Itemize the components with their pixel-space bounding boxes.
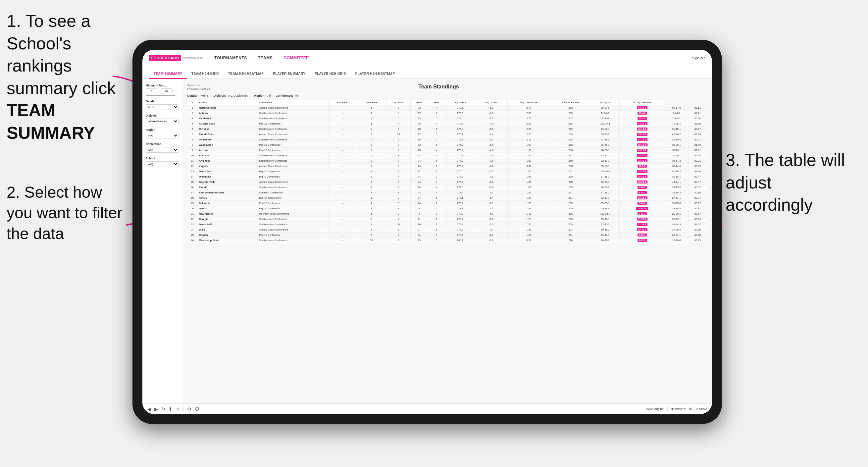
table-cell: 276.9 bbox=[445, 153, 475, 158]
col-wins[interactable]: Wins bbox=[428, 100, 445, 105]
sub-nav-player-summary[interactable]: PLAYER SUMMARY bbox=[268, 69, 310, 79]
table-cell: 33-25-2 bbox=[619, 132, 665, 137]
table-cell: -2.9 bbox=[475, 185, 507, 190]
table-body: 1North CarolinaAtlantic Coast Conference… bbox=[187, 105, 707, 243]
sub-nav-team-h2h-heatmap[interactable]: TEAM H2H HEATMAP bbox=[223, 69, 268, 79]
toolbar-refresh-btn[interactable]: ↻ bbox=[161, 406, 165, 412]
table-cell: Southeastern Conference bbox=[258, 222, 328, 227]
table-cell: 8 bbox=[386, 238, 410, 243]
table-cell: Southeastern Conference bbox=[258, 116, 328, 121]
col-adj-score[interactable]: Adj. Score bbox=[445, 100, 475, 105]
table-cell: 1.30 bbox=[507, 222, 550, 227]
logo-area: SCOREBOARD Powered by clippi bbox=[149, 55, 203, 61]
table-title: Team Standings bbox=[210, 84, 667, 90]
table-cell: 2.37 bbox=[507, 126, 550, 132]
nav-sign-out[interactable]: Sign out bbox=[692, 56, 705, 60]
table-cell: 82.04 bbox=[688, 153, 707, 158]
table-cell: 23 bbox=[410, 116, 428, 121]
col-overall[interactable]: Overall Record bbox=[550, 100, 591, 105]
toolbar-grid-btn[interactable]: ⊞ bbox=[689, 407, 692, 411]
table-cell: 276.3 bbox=[445, 148, 475, 153]
col-avg-low[interactable]: Avg. Low Score bbox=[507, 100, 550, 105]
col-rank[interactable]: # bbox=[187, 100, 198, 105]
table-cell: Big 12 Conference bbox=[258, 169, 328, 174]
score-badge: 30-15-1 bbox=[637, 175, 647, 178]
table-cell: 23 bbox=[410, 153, 428, 158]
filter-region-select[interactable]: N/A bbox=[146, 133, 179, 138]
col-school[interactable]: School bbox=[198, 100, 258, 105]
filter-division-select[interactable]: NCAA Division I bbox=[146, 119, 179, 124]
table-cell: Pac-12 Conference bbox=[258, 143, 328, 148]
col-avg-rank[interactable]: Avg Rank bbox=[328, 100, 356, 105]
table-cell: 25 bbox=[187, 232, 198, 238]
col-vs-top50[interactable]: Vs Top 50 Points bbox=[619, 100, 665, 105]
toolbar-bookmark-btn[interactable]: ☆ bbox=[176, 406, 180, 412]
table-cell: 21 bbox=[410, 232, 428, 238]
filter-min-input[interactable] bbox=[146, 88, 157, 93]
table-cell: 1 bbox=[356, 211, 386, 217]
col-conference[interactable]: Conference bbox=[258, 100, 328, 105]
table-cell: 9-10-1 bbox=[619, 190, 665, 195]
toolbar-share-btn[interactable]: ⬆ bbox=[168, 406, 173, 412]
table-cell: 278.7 bbox=[445, 211, 475, 217]
toolbar-view-original[interactable]: View: Original bbox=[646, 407, 664, 411]
col-rnds[interactable]: Rnds bbox=[410, 100, 428, 105]
table-cell: -5.2 bbox=[475, 105, 507, 111]
table-cell: 18 bbox=[410, 137, 428, 143]
col-conf-rank[interactable]: Conf Rank bbox=[356, 100, 386, 105]
table-cell: 1.90 bbox=[507, 158, 550, 164]
nav-committee[interactable]: COMMITTEE bbox=[282, 56, 310, 60]
table-cell: 262 bbox=[550, 126, 591, 132]
table-cell: 0 bbox=[428, 211, 445, 217]
toolbar-forward-btn[interactable]: ▶ bbox=[154, 406, 158, 412]
table-cell: 278.9 bbox=[445, 174, 475, 180]
table-cell: -2.0 bbox=[475, 222, 507, 227]
col-no-tour[interactable]: No Tour bbox=[386, 100, 410, 105]
nav-teams[interactable]: TEAMS bbox=[257, 56, 274, 60]
table-cell: -0.7 bbox=[475, 206, 507, 211]
filter-max-input[interactable] bbox=[161, 88, 173, 93]
table-cell: Oklahoma bbox=[198, 174, 258, 180]
col-avg-to-par[interactable]: Avg. To Par bbox=[475, 100, 507, 105]
score-badge: 13-13-0 bbox=[637, 196, 647, 199]
sub-nav-player-h2h-heatmap[interactable]: PLAYER H2H HEATMAP bbox=[351, 69, 399, 79]
table-head: # School Conference Avg Rank Conf Rank N… bbox=[187, 100, 707, 105]
sub-nav-team-h2h-grid[interactable]: TEAM H2H GRID bbox=[187, 69, 223, 79]
table-cell: 1.55 bbox=[507, 190, 550, 195]
toolbar-time-btn[interactable]: ⏱ bbox=[195, 406, 199, 412]
table-cell: 278.7 bbox=[445, 227, 475, 232]
filters-panel: Minimum Rou... - Gender Men's bbox=[143, 79, 182, 403]
table-cell: 13 bbox=[187, 169, 198, 174]
sub-nav-team-summary[interactable]: TEAM SUMMARY bbox=[149, 69, 187, 79]
table-cell: 92-40-3 bbox=[591, 222, 620, 227]
table-cell: 80-25-2 bbox=[591, 185, 620, 190]
filter-school-select[interactable]: (All) bbox=[146, 161, 179, 167]
table-cell: 14-21-0 bbox=[619, 148, 665, 153]
toolbar-watch[interactable]: 👁 Watch ▾ bbox=[671, 407, 686, 411]
toolbar-share-label[interactable]: ↗ Share bbox=[695, 407, 707, 411]
slider-track[interactable] bbox=[146, 95, 175, 96]
filter-conference-select[interactable]: (All) bbox=[146, 147, 179, 153]
table-cell: 39-20-1 bbox=[665, 143, 688, 148]
table-cell: - bbox=[328, 116, 356, 121]
nav-tournaments[interactable]: TOURNAMENTS bbox=[213, 56, 248, 60]
table-cell: Vanderbilt bbox=[198, 116, 258, 121]
table-cell: -1.8 bbox=[475, 238, 507, 243]
table-cell: -5.1 bbox=[475, 201, 507, 206]
table-cell: 80.84 bbox=[688, 211, 707, 217]
table-row: 1North CarolinaAtlantic Coast Conference… bbox=[187, 105, 707, 111]
table-cell: 100-27-1 bbox=[591, 121, 620, 126]
toolbar-settings-btn[interactable]: ⚙ bbox=[187, 406, 191, 412]
toolbar-back-btn[interactable]: ◀ bbox=[147, 406, 151, 412]
instruction-step1-bold: TEAM SUMMARY bbox=[7, 101, 95, 143]
filter-gender-select[interactable]: Men's bbox=[146, 104, 179, 110]
table-cell: 26 bbox=[410, 121, 428, 126]
table-cell: 5 bbox=[386, 116, 410, 121]
table-row: 3VanderbiltSoutheastern Conference-25235… bbox=[187, 116, 707, 121]
col-vs-top25[interactable]: Vs Top 25 bbox=[591, 100, 620, 105]
sub-nav-player-h2h-grid[interactable]: PLAYER H2H GRID bbox=[310, 69, 351, 79]
table-cell: Southern Conference bbox=[258, 190, 328, 195]
table-cell: Atlantic Coast Conference bbox=[258, 132, 328, 137]
table-cell: 80.16 bbox=[688, 190, 707, 195]
table-cell: 81.49 bbox=[688, 143, 707, 148]
